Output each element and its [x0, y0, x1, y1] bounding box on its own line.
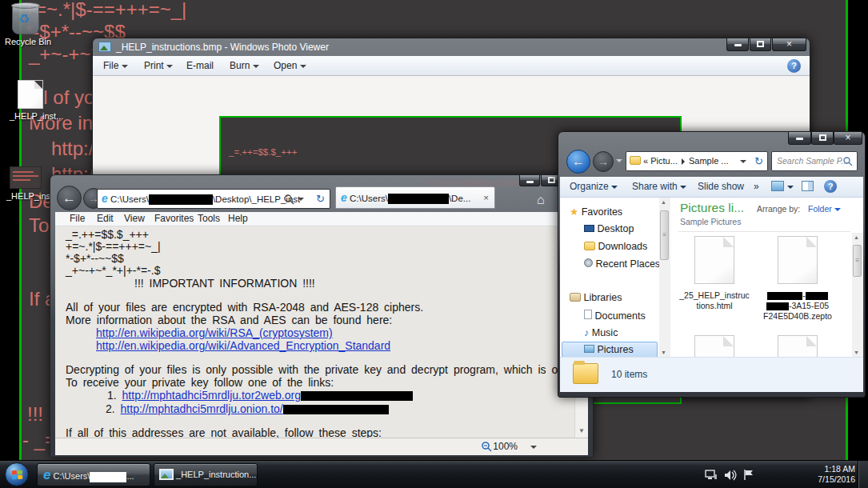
recycle-bin-label: Recycle Bin — [5, 37, 51, 46]
refresh-icon[interactable]: ↻ — [754, 152, 763, 170]
menu-view[interactable]: View — [124, 213, 145, 224]
forward-button[interactable]: → — [593, 151, 614, 172]
zoom-level[interactable]: 100% — [493, 441, 518, 452]
breadcrumb-parent[interactable]: « Pictu... — [643, 156, 678, 166]
arrange-by-value[interactable]: Folder — [808, 204, 841, 214]
file-icon-html[interactable] — [694, 236, 734, 284]
file-icon[interactable] — [778, 335, 818, 357]
close-button[interactable]: × — [772, 38, 806, 51]
preview-pane-icon[interactable] — [802, 181, 814, 191]
menu-tools[interactable]: Tools — [198, 213, 220, 224]
help-icon[interactable]: ? — [787, 59, 801, 73]
zoom-icon — [482, 442, 492, 452]
tor2web-link[interactable]: http://mphtadhci5mrdlju.tor2web.org — [122, 389, 301, 402]
slide-show-button[interactable]: Slide show — [698, 181, 744, 192]
ie-page-content: _=.++=$$.$_+++ +=~.*|$-==+++=~_| *-$+*--… — [55, 226, 588, 438]
views-dropdown-icon[interactable] — [787, 186, 794, 189]
scroll-down-icon[interactable]: ▼ — [661, 350, 666, 355]
wiki-aes-link[interactable]: http://en.wikipedia.org/wiki/Advanced_En… — [96, 339, 390, 352]
help-icon[interactable]: ? — [824, 180, 837, 193]
sidebar-scrollbar[interactable]: ▲ ≡ ▼ — [659, 198, 670, 357]
maximize-button[interactable] — [811, 132, 834, 145]
help-file-label: _HELP_inst... — [10, 111, 63, 121]
scroll-down-icon[interactable]: ▼ — [854, 350, 859, 355]
close-button[interactable]: × — [834, 132, 862, 145]
refresh-icon[interactable]: ↻ — [316, 190, 325, 208]
onion-link[interactable]: http://mphtadhci5mrdlju.onion.to/ — [121, 402, 283, 415]
file-icon[interactable] — [694, 335, 734, 357]
search-box[interactable]: Search Sample P... — [771, 151, 858, 171]
action-center-flag-icon[interactable] — [743, 469, 754, 481]
tab-close-icon[interactable]: × — [483, 187, 489, 208]
pictures-icon — [584, 345, 594, 353]
home-icon[interactable]: ⌂ — [537, 193, 545, 207]
search-icon[interactable] — [843, 157, 853, 166]
content-scrollbar[interactable]: ▲ ≡ ▼ — [852, 233, 863, 357]
show-desktop-button[interactable] — [858, 461, 868, 488]
desktop-icon — [584, 225, 594, 232]
file-label-zepto[interactable]: - -3A15-E05 F24E5D40B.zepto — [754, 290, 842, 322]
search-icon[interactable] — [284, 194, 294, 205]
scroll-thumb[interactable]: ≡ — [853, 245, 862, 277]
breadcrumb[interactable]: « Pictu... Sample ... ↻ — [626, 151, 768, 171]
sidebar-item-downloads[interactable]: Downloads — [584, 241, 647, 252]
taskbar-button-ie[interactable]: e C:\Users\... — [37, 463, 150, 486]
back-button[interactable]: ← — [57, 186, 82, 210]
sidebar-item-favorites[interactable]: ★ Favorites — [570, 206, 622, 218]
menu-burn[interactable]: Burn — [230, 60, 259, 71]
browser-tab[interactable]: e C:\Users\\De... × — [335, 186, 495, 209]
ie-window: http://en.wikipedia.org/wiki/Advanced_En… — [50, 174, 594, 458]
taskbar-clock[interactable]: 1:18 AM 7/15/2016 — [807, 464, 855, 485]
breadcrumb-current[interactable]: Sample ... — [689, 156, 729, 166]
help-file-icon[interactable] — [18, 80, 43, 109]
windows-flag-icon — [12, 470, 23, 480]
menu-open[interactable]: Open — [274, 60, 306, 71]
wiki-rsa-link[interactable]: http://en.wikipedia.org/wiki/RSA_(crypto… — [96, 326, 333, 339]
address-bar[interactable]: e C:\Users\\Desktop\_HELP_inst ↻ — [97, 189, 330, 209]
file-icon-zepto[interactable] — [778, 236, 818, 284]
menu-favorites[interactable]: Favorites — [154, 213, 194, 224]
scroll-down-icon[interactable]: ▼ — [577, 427, 586, 434]
sidebar-item-libraries[interactable]: Libraries — [570, 292, 622, 303]
address-dropdown-icon[interactable] — [298, 198, 304, 201]
views-icon[interactable] — [771, 181, 784, 191]
sidebar-item-documents[interactable]: Documents — [584, 310, 646, 322]
file-label-html[interactable]: _25_HELP_instruc tions.html — [670, 290, 758, 311]
recycle-arrows-icon: ♻ — [18, 11, 30, 26]
maximize-button[interactable] — [750, 38, 771, 51]
back-button[interactable]: ← — [566, 150, 590, 174]
photo-viewer-titlebar[interactable]: _HELP_instructions.bmp - Windows Photo V… — [93, 38, 810, 56]
sidebar-item-music[interactable]: ♪ Music — [584, 327, 618, 338]
sidebar-item-pictures[interactable]: Pictures — [584, 344, 634, 355]
nav-history-dropdown-icon[interactable] — [616, 159, 622, 162]
organize-button[interactable]: Organize — [570, 181, 618, 192]
volume-icon[interactable] — [724, 470, 737, 481]
zoom-dropdown-icon[interactable] — [530, 446, 537, 449]
menu-file[interactable]: File — [70, 213, 85, 224]
share-with-button[interactable]: Share with — [632, 181, 686, 192]
scroll-thumb[interactable]: ≡ — [660, 210, 669, 260]
breadcrumb-dropdown-icon[interactable] — [740, 160, 746, 163]
minimize-button[interactable] — [519, 175, 540, 186]
minimize-button[interactable] — [726, 38, 749, 51]
page-paragraph: All of your files are encrypted with RSA… — [66, 301, 570, 314]
menu-file[interactable]: File — [103, 60, 128, 71]
menu-help[interactable]: Help — [228, 213, 248, 224]
sidebar-item-desktop[interactable]: Desktop — [584, 223, 634, 234]
scroll-up-icon[interactable]: ▲ — [661, 199, 666, 205]
start-button[interactable] — [5, 462, 29, 486]
scroll-up-icon[interactable]: ▲ — [854, 234, 859, 240]
network-icon[interactable] — [705, 470, 718, 481]
menu-print[interactable]: Print — [144, 60, 173, 71]
menu-edit[interactable]: Edit — [97, 213, 114, 224]
taskbar-button-photo-viewer[interactable]: _HELP_instruction... — [154, 463, 258, 486]
menu-email[interactable]: E-mail — [186, 60, 214, 71]
explorer-window: × ← → « Pictu... Sample ... ↻ Search Sam… — [558, 131, 866, 398]
help-bmp-icon[interactable] — [10, 166, 42, 189]
page-ascii: _=.++=$$.$_+++ — [66, 229, 570, 241]
sidebar-item-recent-places[interactable]: Recent Places — [584, 258, 660, 270]
desktop-text: !!! — [27, 403, 43, 426]
recycle-bin-icon[interactable]: ♻ — [12, 4, 39, 34]
minimize-button[interactable] — [788, 132, 811, 145]
toolbar-overflow-icon[interactable]: » — [754, 181, 759, 192]
